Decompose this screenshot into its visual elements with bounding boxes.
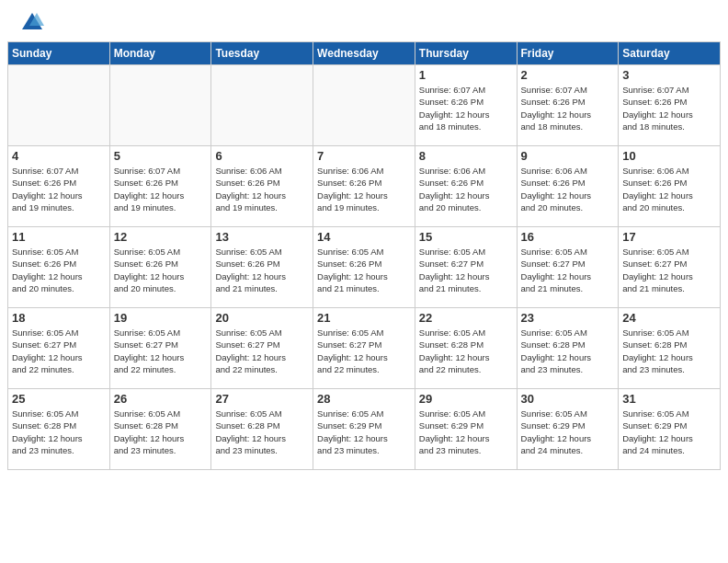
weekday-header-tuesday: Tuesday: [211, 42, 313, 65]
day-number: 17: [622, 230, 716, 244]
day-info: Sunrise: 6:05 AM Sunset: 6:27 PM Dayligh…: [521, 246, 615, 294]
calendar-cell: [313, 65, 415, 146]
calendar-week-4: 25Sunrise: 6:05 AM Sunset: 6:28 PM Dayli…: [8, 389, 721, 470]
calendar-cell: 19Sunrise: 6:05 AM Sunset: 6:27 PM Dayli…: [109, 308, 211, 389]
day-number: 11: [12, 230, 106, 244]
calendar-cell: 24Sunrise: 6:05 AM Sunset: 6:28 PM Dayli…: [619, 308, 721, 389]
calendar-cell: 1Sunrise: 6:07 AM Sunset: 6:26 PM Daylig…: [415, 65, 517, 146]
day-info: Sunrise: 6:05 AM Sunset: 6:26 PM Dayligh…: [215, 246, 309, 294]
calendar-cell: [211, 65, 313, 146]
calendar-cell: 17Sunrise: 6:05 AM Sunset: 6:27 PM Dayli…: [619, 227, 721, 308]
calendar-cell: 25Sunrise: 6:05 AM Sunset: 6:28 PM Dayli…: [8, 389, 110, 470]
day-info: Sunrise: 6:05 AM Sunset: 6:29 PM Dayligh…: [622, 408, 716, 456]
calendar-cell: 31Sunrise: 6:05 AM Sunset: 6:29 PM Dayli…: [619, 389, 721, 470]
calendar-cell: 13Sunrise: 6:05 AM Sunset: 6:26 PM Dayli…: [211, 227, 313, 308]
calendar-cell: 29Sunrise: 6:05 AM Sunset: 6:29 PM Dayli…: [415, 389, 517, 470]
weekday-header-saturday: Saturday: [619, 42, 721, 65]
calendar-cell: 11Sunrise: 6:05 AM Sunset: 6:26 PM Dayli…: [8, 227, 110, 308]
day-number: 28: [317, 392, 411, 406]
weekday-header-monday: Monday: [109, 42, 211, 65]
day-number: 23: [521, 311, 615, 325]
calendar-cell: 16Sunrise: 6:05 AM Sunset: 6:27 PM Dayli…: [517, 227, 619, 308]
calendar-cell: 21Sunrise: 6:05 AM Sunset: 6:27 PM Dayli…: [313, 308, 415, 389]
weekday-header-wednesday: Wednesday: [313, 42, 415, 65]
day-number: 8: [419, 149, 513, 163]
calendar-cell: 26Sunrise: 6:05 AM Sunset: 6:28 PM Dayli…: [109, 389, 211, 470]
day-number: 15: [419, 230, 513, 244]
day-info: Sunrise: 6:05 AM Sunset: 6:28 PM Dayligh…: [622, 327, 716, 375]
day-info: Sunrise: 6:05 AM Sunset: 6:28 PM Dayligh…: [419, 327, 513, 375]
day-number: 4: [12, 149, 106, 163]
calendar-cell: 10Sunrise: 6:06 AM Sunset: 6:26 PM Dayli…: [619, 146, 721, 227]
day-number: 25: [12, 392, 106, 406]
day-info: Sunrise: 6:07 AM Sunset: 6:26 PM Dayligh…: [12, 165, 106, 213]
calendar-cell: 14Sunrise: 6:05 AM Sunset: 6:26 PM Dayli…: [313, 227, 415, 308]
logo-icon: [18, 9, 46, 37]
day-info: Sunrise: 6:05 AM Sunset: 6:27 PM Dayligh…: [622, 246, 716, 294]
day-info: Sunrise: 6:06 AM Sunset: 6:26 PM Dayligh…: [419, 165, 513, 213]
day-info: Sunrise: 6:05 AM Sunset: 6:29 PM Dayligh…: [521, 408, 615, 456]
day-info: Sunrise: 6:05 AM Sunset: 6:26 PM Dayligh…: [317, 246, 411, 294]
day-info: Sunrise: 6:05 AM Sunset: 6:28 PM Dayligh…: [215, 408, 309, 456]
day-number: 13: [215, 230, 309, 244]
day-number: 26: [114, 392, 208, 406]
day-number: 12: [114, 230, 208, 244]
calendar-container: SundayMondayTuesdayWednesdayThursdayFrid…: [0, 41, 728, 477]
day-info: Sunrise: 6:05 AM Sunset: 6:29 PM Dayligh…: [419, 408, 513, 456]
calendar-cell: 3Sunrise: 6:07 AM Sunset: 6:26 PM Daylig…: [619, 65, 721, 146]
day-number: 6: [215, 149, 309, 163]
day-number: 7: [317, 149, 411, 163]
day-info: Sunrise: 6:05 AM Sunset: 6:27 PM Dayligh…: [317, 327, 411, 375]
day-info: Sunrise: 6:05 AM Sunset: 6:29 PM Dayligh…: [317, 408, 411, 456]
day-info: Sunrise: 6:05 AM Sunset: 6:27 PM Dayligh…: [12, 327, 106, 375]
day-number: 16: [521, 230, 615, 244]
day-number: 29: [419, 392, 513, 406]
logo: [18, 9, 48, 37]
calendar-cell: 5Sunrise: 6:07 AM Sunset: 6:26 PM Daylig…: [109, 146, 211, 227]
page-header: [0, 0, 728, 41]
day-info: Sunrise: 6:06 AM Sunset: 6:26 PM Dayligh…: [521, 165, 615, 213]
calendar-week-1: 4Sunrise: 6:07 AM Sunset: 6:26 PM Daylig…: [8, 146, 721, 227]
calendar-table: SundayMondayTuesdayWednesdayThursdayFrid…: [7, 41, 721, 470]
day-info: Sunrise: 6:05 AM Sunset: 6:27 PM Dayligh…: [215, 327, 309, 375]
calendar-cell: 22Sunrise: 6:05 AM Sunset: 6:28 PM Dayli…: [415, 308, 517, 389]
day-number: 20: [215, 311, 309, 325]
day-info: Sunrise: 6:06 AM Sunset: 6:26 PM Dayligh…: [622, 165, 716, 213]
day-info: Sunrise: 6:07 AM Sunset: 6:26 PM Dayligh…: [622, 84, 716, 132]
calendar-cell: 20Sunrise: 6:05 AM Sunset: 6:27 PM Dayli…: [211, 308, 313, 389]
calendar-header: SundayMondayTuesdayWednesdayThursdayFrid…: [8, 42, 721, 65]
calendar-cell: 8Sunrise: 6:06 AM Sunset: 6:26 PM Daylig…: [415, 146, 517, 227]
calendar-cell: [8, 65, 110, 146]
day-number: 3: [622, 68, 716, 82]
day-number: 18: [12, 311, 106, 325]
day-info: Sunrise: 6:05 AM Sunset: 6:28 PM Dayligh…: [521, 327, 615, 375]
weekday-header-sunday: Sunday: [8, 42, 110, 65]
day-number: 21: [317, 311, 411, 325]
calendar-cell: 6Sunrise: 6:06 AM Sunset: 6:26 PM Daylig…: [211, 146, 313, 227]
calendar-cell: 9Sunrise: 6:06 AM Sunset: 6:26 PM Daylig…: [517, 146, 619, 227]
calendar-cell: 12Sunrise: 6:05 AM Sunset: 6:26 PM Dayli…: [109, 227, 211, 308]
weekday-row: SundayMondayTuesdayWednesdayThursdayFrid…: [8, 42, 721, 65]
day-info: Sunrise: 6:05 AM Sunset: 6:26 PM Dayligh…: [114, 246, 208, 294]
day-info: Sunrise: 6:06 AM Sunset: 6:26 PM Dayligh…: [317, 165, 411, 213]
day-number: 19: [114, 311, 208, 325]
calendar-week-2: 11Sunrise: 6:05 AM Sunset: 6:26 PM Dayli…: [8, 227, 721, 308]
day-info: Sunrise: 6:07 AM Sunset: 6:26 PM Dayligh…: [521, 84, 615, 132]
day-info: Sunrise: 6:07 AM Sunset: 6:26 PM Dayligh…: [419, 84, 513, 132]
day-info: Sunrise: 6:05 AM Sunset: 6:28 PM Dayligh…: [12, 408, 106, 456]
calendar-cell: 15Sunrise: 6:05 AM Sunset: 6:27 PM Dayli…: [415, 227, 517, 308]
day-number: 30: [521, 392, 615, 406]
weekday-header-friday: Friday: [517, 42, 619, 65]
day-number: 5: [114, 149, 208, 163]
calendar-cell: 23Sunrise: 6:05 AM Sunset: 6:28 PM Dayli…: [517, 308, 619, 389]
day-info: Sunrise: 6:07 AM Sunset: 6:26 PM Dayligh…: [114, 165, 208, 213]
calendar-cell: [109, 65, 211, 146]
day-number: 1: [419, 68, 513, 82]
calendar-body: 1Sunrise: 6:07 AM Sunset: 6:26 PM Daylig…: [8, 65, 721, 470]
calendar-cell: 28Sunrise: 6:05 AM Sunset: 6:29 PM Dayli…: [313, 389, 415, 470]
day-info: Sunrise: 6:05 AM Sunset: 6:28 PM Dayligh…: [114, 408, 208, 456]
day-number: 24: [622, 311, 716, 325]
calendar-cell: 7Sunrise: 6:06 AM Sunset: 6:26 PM Daylig…: [313, 146, 415, 227]
calendar-cell: 27Sunrise: 6:05 AM Sunset: 6:28 PM Dayli…: [211, 389, 313, 470]
calendar-week-0: 1Sunrise: 6:07 AM Sunset: 6:26 PM Daylig…: [8, 65, 721, 146]
